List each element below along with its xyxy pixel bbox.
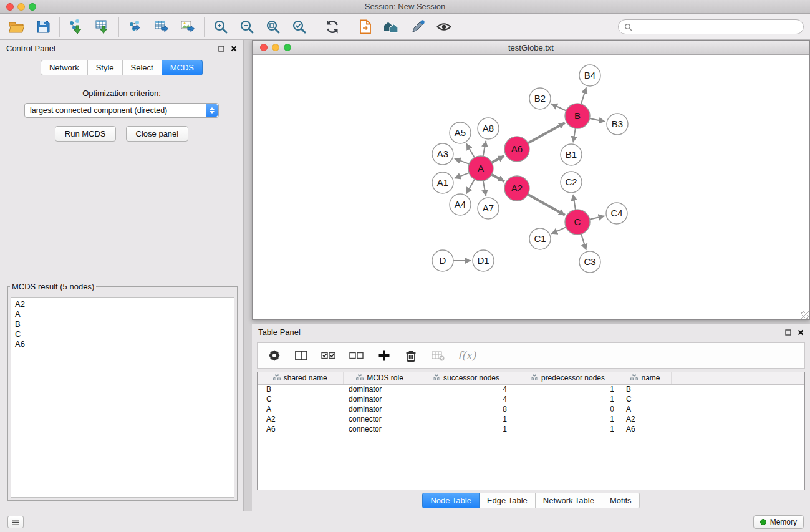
node-C3[interactable]: C3 bbox=[579, 251, 600, 273]
show-columns-button[interactable] bbox=[294, 349, 308, 362]
mcds-result-item[interactable]: B bbox=[15, 319, 234, 329]
float-panel-icon[interactable] bbox=[785, 329, 791, 336]
table-tab-node-table[interactable]: Node Table bbox=[422, 493, 480, 508]
edge-A-A1[interactable] bbox=[455, 173, 470, 178]
table-tab-edge-table[interactable]: Edge Table bbox=[480, 493, 536, 508]
node-A1[interactable]: A1 bbox=[432, 172, 453, 193]
node-C2[interactable]: C2 bbox=[561, 172, 582, 193]
edge-B-B4[interactable] bbox=[581, 87, 586, 104]
network-canvas[interactable]: B4B2BB3A5A8A6B1A3AC2A1A2A4A7C4CC1C3DD1 bbox=[253, 55, 809, 319]
table-settings-button[interactable] bbox=[268, 349, 281, 362]
table-row[interactable]: A6connector11A6 bbox=[258, 424, 804, 434]
column-header-MCDS-role[interactable]: MCDS role bbox=[343, 372, 417, 384]
open-session-button[interactable] bbox=[352, 16, 378, 38]
node-B4[interactable]: B4 bbox=[579, 65, 600, 86]
edge-C-C1[interactable] bbox=[551, 227, 566, 234]
mcds-result-item[interactable]: A6 bbox=[15, 339, 234, 349]
table-row[interactable]: Bdominator41B bbox=[258, 384, 804, 394]
table-row[interactable]: A2connector11A2 bbox=[258, 414, 804, 424]
mcds-result-item[interactable]: C bbox=[15, 329, 234, 339]
node-A6[interactable]: A6 bbox=[504, 137, 529, 162]
network-minimize-button[interactable] bbox=[272, 44, 279, 51]
node-A5[interactable]: A5 bbox=[450, 122, 471, 143]
control-tab-style[interactable]: Style bbox=[88, 60, 123, 75]
table-tab-network-table[interactable]: Network Table bbox=[536, 493, 602, 508]
annotate-button[interactable] bbox=[405, 16, 431, 38]
export-table-button[interactable] bbox=[148, 16, 175, 38]
optimization-dropdown[interactable]: largest connected component (directed) bbox=[24, 103, 219, 118]
home-button[interactable] bbox=[378, 16, 405, 38]
edge-A-A2[interactable] bbox=[492, 175, 504, 181]
control-tab-mcds[interactable]: MCDS bbox=[162, 60, 203, 75]
node-A8[interactable]: A8 bbox=[478, 118, 499, 139]
memory-button[interactable]: Memory bbox=[753, 515, 804, 529]
edge-A-A8[interactable] bbox=[483, 141, 486, 157]
search-box[interactable] bbox=[618, 19, 804, 34]
close-panel-button[interactable]: Close panel bbox=[126, 126, 189, 142]
node-table[interactable]: shared nameMCDS rolesuccessor nodesprede… bbox=[257, 372, 805, 490]
mcds-result-item[interactable]: A bbox=[15, 309, 234, 319]
open-file-button[interactable] bbox=[4, 16, 30, 38]
import-table-button[interactable] bbox=[89, 16, 115, 38]
column-header-shared-name[interactable]: shared name bbox=[258, 372, 343, 384]
node-A2[interactable]: A2 bbox=[504, 176, 529, 201]
refresh-button[interactable] bbox=[319, 16, 345, 38]
edge-C-C3[interactable] bbox=[581, 234, 586, 250]
table-row[interactable]: Adominator80A bbox=[258, 404, 804, 414]
network-close-button[interactable] bbox=[260, 44, 268, 51]
network-graph[interactable]: B4B2BB3A5A8A6B1A3AC2A1A2A4A7C4CC1C3DD1 bbox=[253, 55, 809, 319]
node-C[interactable]: C bbox=[565, 210, 590, 235]
zoom-fit-button[interactable] bbox=[260, 16, 286, 38]
network-window-titlebar[interactable]: testGlobe.txt bbox=[253, 41, 809, 55]
table-row[interactable]: Cdominator41C bbox=[258, 394, 804, 404]
save-session-button[interactable] bbox=[30, 16, 56, 38]
control-tab-select[interactable]: Select bbox=[123, 60, 162, 75]
edge-C-C4[interactable] bbox=[590, 216, 605, 219]
edge-B-B2[interactable] bbox=[551, 104, 566, 111]
node-D1[interactable]: D1 bbox=[473, 250, 494, 271]
control-tab-network[interactable]: Network bbox=[41, 60, 88, 75]
edge-B-B1[interactable] bbox=[573, 128, 576, 143]
add-column-button[interactable] bbox=[377, 349, 391, 362]
import-network-button[interactable] bbox=[63, 16, 89, 38]
node-A4[interactable]: A4 bbox=[450, 194, 471, 215]
zoom-selected-button[interactable] bbox=[286, 16, 312, 38]
node-A7[interactable]: A7 bbox=[478, 198, 499, 219]
column-header-name[interactable]: name bbox=[620, 372, 671, 384]
node-A3[interactable]: A3 bbox=[432, 143, 453, 165]
node-C4[interactable]: C4 bbox=[606, 203, 627, 224]
node-B[interactable]: B bbox=[565, 104, 590, 128]
export-image-button[interactable] bbox=[175, 16, 201, 38]
show-details-button[interactable] bbox=[431, 16, 457, 38]
column-header-successor-nodes[interactable]: successor nodes bbox=[417, 372, 516, 384]
edge-A-A6[interactable] bbox=[492, 156, 504, 163]
close-panel-icon[interactable] bbox=[231, 46, 237, 52]
mcds-result-item[interactable]: A2 bbox=[15, 299, 234, 309]
edge-C-C2[interactable] bbox=[573, 195, 576, 210]
edge-A-A5[interactable] bbox=[466, 143, 475, 157]
node-B1[interactable]: B1 bbox=[561, 144, 582, 165]
float-panel-icon[interactable] bbox=[218, 46, 224, 52]
deselect-all-button[interactable] bbox=[349, 350, 364, 361]
node-B3[interactable]: B3 bbox=[607, 114, 628, 135]
edge-A-A4[interactable] bbox=[466, 179, 475, 193]
export-network-button[interactable] bbox=[122, 16, 148, 38]
run-mcds-button[interactable]: Run MCDS bbox=[55, 126, 116, 142]
edge-A6-B[interactable] bbox=[528, 123, 565, 143]
edge-A-A7[interactable] bbox=[483, 181, 486, 196]
search-input[interactable] bbox=[635, 22, 798, 31]
mcds-result-list[interactable]: A2ABCA6 bbox=[11, 297, 234, 498]
table-tab-motifs[interactable]: Motifs bbox=[602, 493, 640, 508]
node-C1[interactable]: C1 bbox=[529, 228, 551, 249]
resize-grip[interactable] bbox=[801, 311, 809, 319]
function-builder-button[interactable]: f(x) bbox=[458, 349, 476, 362]
select-all-button[interactable] bbox=[321, 350, 336, 361]
column-header-predecessor-nodes[interactable]: predecessor nodes bbox=[516, 372, 620, 384]
network-zoom-button[interactable] bbox=[284, 44, 291, 51]
node-B2[interactable]: B2 bbox=[529, 88, 551, 109]
node-A[interactable]: A bbox=[468, 156, 493, 181]
edge-A2-C[interactable] bbox=[528, 195, 565, 215]
zoom-in-button[interactable] bbox=[208, 16, 234, 38]
edge-B-B3[interactable] bbox=[590, 118, 605, 122]
node-D[interactable]: D bbox=[432, 250, 453, 271]
